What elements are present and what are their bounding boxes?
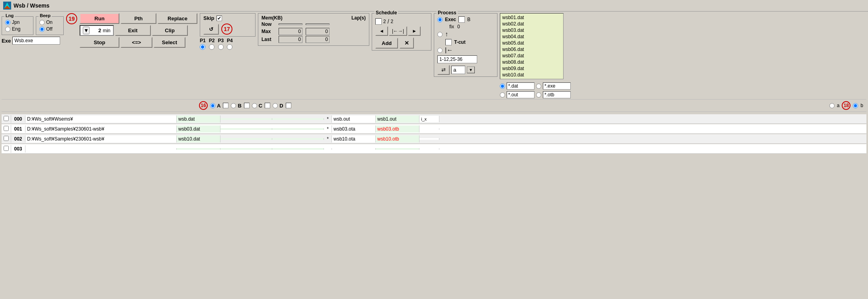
abcd-groups: 16 A B C D xyxy=(199,101,291,110)
data-table: 000 D:¥Ws_soft¥Wsems¥ wsb.dat * wsb.out … xyxy=(2,114,866,154)
exec-radio[interactable] xyxy=(437,17,443,22)
a-radio[interactable] xyxy=(829,103,835,108)
file-list-item[interactable]: wsb07.dat xyxy=(501,53,562,59)
file-list[interactable]: wsb01.datwsb02.datwsb03.datwsb04.datwsb0… xyxy=(500,13,564,79)
row-dat-2: wsb10.dat xyxy=(177,135,220,143)
p4-group: P4 xyxy=(227,38,233,50)
sched-mid-button[interactable]: |←→| xyxy=(389,26,407,36)
exit-button[interactable]: Exit xyxy=(115,25,151,36)
file-list-item[interactable]: wsb01.dat xyxy=(501,14,562,21)
filter-out-radio[interactable] xyxy=(500,92,505,98)
beep-on-label: On xyxy=(46,20,53,25)
swap-button[interactable]: ⇄ xyxy=(437,65,450,75)
sched-next-button[interactable]: ► xyxy=(408,26,421,36)
abcd-b-radio[interactable] xyxy=(231,103,236,108)
fix-row: fix 0 xyxy=(449,24,494,29)
file-list-item[interactable]: wsb05.dat xyxy=(501,40,562,46)
filter-out-input[interactable] xyxy=(507,91,534,98)
abcd-b-group: B xyxy=(231,103,241,109)
abcd-c-radio[interactable] xyxy=(252,103,257,108)
file-list-item[interactable]: wsb02.dat xyxy=(501,21,562,27)
lng-jpn-radio[interactable] xyxy=(5,20,10,25)
file-list-item[interactable]: wsb08.dat xyxy=(501,59,562,65)
lng-eng-radio[interactable] xyxy=(5,27,10,32)
file-list-item[interactable]: wsb04.dat xyxy=(501,33,562,40)
sched-slash: / xyxy=(388,18,389,25)
beep-off-label: Off xyxy=(46,26,53,32)
abcd-a-check[interactable] xyxy=(223,103,228,108)
p4-radio[interactable] xyxy=(227,44,232,50)
arrow-up-radio[interactable] xyxy=(437,32,443,37)
abcd-d-radio[interactable] xyxy=(273,103,278,108)
lng-eng-row[interactable]: Eng xyxy=(5,26,30,32)
filter-dat-radio[interactable] xyxy=(500,84,505,89)
p1-radio[interactable] xyxy=(200,44,205,50)
lng-jpn-row[interactable]: Jpn xyxy=(5,20,30,25)
beep-off-radio[interactable] xyxy=(39,27,45,32)
p-buttons: P1 P2 P3 P4 xyxy=(200,38,256,50)
abcd-a-radio[interactable] xyxy=(210,103,215,108)
add-button[interactable]: Add xyxy=(375,38,398,49)
beep-off-row[interactable]: Off xyxy=(39,26,60,32)
row-check-0[interactable] xyxy=(2,115,11,123)
p1-group: P1 xyxy=(200,38,206,50)
run-button[interactable]: Run xyxy=(80,13,119,24)
beep-on-row[interactable]: On xyxy=(39,20,60,25)
row-check-1[interactable] xyxy=(2,125,11,133)
filter-exe-radio[interactable] xyxy=(536,84,541,89)
filter-otb-input[interactable] xyxy=(543,91,571,98)
range-input[interactable] xyxy=(437,55,477,63)
replace-button[interactable]: Replace xyxy=(158,13,197,24)
skip-row: Skip ✔ xyxy=(203,15,252,21)
add-x-row: Add ✕ xyxy=(375,37,428,49)
beep-on-radio[interactable] xyxy=(39,20,45,25)
p3-radio[interactable] xyxy=(218,44,224,50)
refresh-button[interactable]: ↺ xyxy=(203,24,219,35)
last-mem: 0 xyxy=(279,36,302,43)
title-bar: Wsb / Wsems xyxy=(0,0,868,12)
sched-prev-button[interactable]: ◄ xyxy=(375,26,388,36)
row-ext-3 xyxy=(419,148,439,150)
arrow-left-radio[interactable] xyxy=(437,48,443,53)
select-button[interactable]: Select xyxy=(154,37,185,48)
row-out1-0: wsb.out xyxy=(332,115,376,123)
exe-input[interactable]: Wsb.exe xyxy=(12,37,60,45)
file-list-item[interactable]: wsb09.dat xyxy=(501,65,562,72)
arrow-button[interactable]: <=> xyxy=(121,37,152,48)
x-button[interactable]: ✕ xyxy=(400,37,414,49)
skip-checkbox[interactable]: ✔ xyxy=(217,16,222,21)
a-radio-label: a xyxy=(837,103,840,108)
tcut-checkbox[interactable] xyxy=(445,39,452,45)
schedule-checkbox[interactable] xyxy=(375,18,382,25)
abcd-c-check[interactable] xyxy=(265,103,270,108)
row-out2-1: wsb03.otb xyxy=(376,125,419,133)
p2-label: P2 xyxy=(209,38,215,43)
file-list-item[interactable]: wsb10.dat xyxy=(501,72,562,78)
pth-button[interactable]: Pth xyxy=(121,13,156,24)
min-control: ▼ 2 min xyxy=(80,25,114,36)
select-a-input[interactable] xyxy=(451,66,465,74)
b-radio[interactable] xyxy=(853,103,858,108)
row-check-3[interactable] xyxy=(2,145,11,153)
filter-exe-input[interactable] xyxy=(543,82,571,90)
row-check-2[interactable] xyxy=(2,135,11,143)
filter-dat-input[interactable] xyxy=(507,82,534,90)
filter-otb-radio[interactable] xyxy=(536,92,541,98)
arrow-select-row: ⇄ ▼ xyxy=(437,65,494,75)
abcd-b-check[interactable] xyxy=(244,103,250,108)
clip-button[interactable]: Clip xyxy=(152,25,188,36)
select-dropdown-btn[interactable]: ▼ xyxy=(467,66,475,73)
file-list-item[interactable]: wsb03.dat xyxy=(501,27,562,33)
file-list-item[interactable]: wsb06.dat xyxy=(501,46,562,53)
lng-label: Lng xyxy=(4,13,15,18)
row-blank2-0 xyxy=(272,118,324,120)
p3-group: P3 xyxy=(218,38,224,50)
b-checkbox[interactable] xyxy=(458,16,465,23)
min-dropdown-btn[interactable]: ▼ xyxy=(83,27,90,34)
p2-group: P2 xyxy=(209,38,215,50)
refresh-row: ↺ 17 xyxy=(203,23,252,35)
p2-radio[interactable] xyxy=(209,44,215,50)
mem-lap-header: Mem(KB) Lap(s) xyxy=(261,15,366,21)
stop-button[interactable]: Stop xyxy=(80,37,119,48)
abcd-d-check[interactable] xyxy=(286,103,291,108)
